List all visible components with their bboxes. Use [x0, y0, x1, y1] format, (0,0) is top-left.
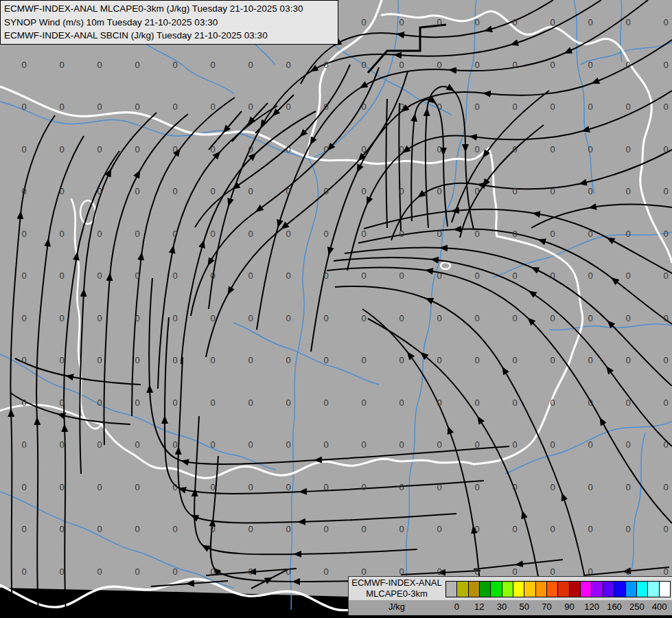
station-value: 0	[474, 229, 479, 239]
station-value: 0	[361, 17, 366, 27]
station-value: 0	[97, 355, 102, 365]
station-value: 0	[512, 271, 517, 281]
station-value: 0	[474, 355, 479, 365]
station-value: 0	[474, 17, 479, 27]
title-line-mlcape: ECMWF-INDEX-ANAL MLCAPE0-3km (J/kg) Tues…	[4, 2, 334, 16]
station-value: 0	[512, 17, 517, 27]
station-value: 0	[399, 482, 404, 492]
station-value: 0	[399, 144, 404, 154]
station-value: 0	[59, 271, 64, 281]
station-value: 0	[625, 271, 630, 281]
station-value: 0	[248, 60, 253, 70]
legend-color-cell	[524, 581, 535, 597]
legend-model-label: ECMWF-INDEX-ANAL	[349, 577, 445, 588]
station-value: 0	[286, 566, 290, 577]
station-value: 0	[59, 186, 64, 196]
station-value: 0	[172, 566, 177, 577]
station-value: 0	[172, 398, 177, 408]
station-value: 0	[588, 524, 592, 534]
station-value: 0	[286, 60, 290, 70]
map-title-box: ECMWF-INDEX-ANAL MLCAPE0-3km (J/kg) Tues…	[0, 0, 338, 45]
station-value: 0	[512, 60, 517, 70]
station-value: 0	[172, 482, 177, 492]
station-value: 0	[474, 398, 479, 408]
station-value: 0	[172, 144, 177, 154]
legend-tick-label: 120	[584, 602, 599, 612]
station-value: 0	[437, 17, 441, 27]
station-value: 0	[248, 566, 253, 577]
legend-color-cell	[535, 581, 547, 597]
legend-color-cell	[659, 581, 671, 597]
station-value: 0	[663, 144, 668, 154]
station-value: 0	[323, 482, 328, 492]
station-value: 0	[399, 439, 404, 450]
station-value: 0	[135, 229, 139, 239]
station-value: 0	[625, 186, 630, 196]
legend-tick-label: 12	[474, 602, 484, 612]
station-value: 0	[59, 313, 64, 323]
station-value: 0	[625, 144, 630, 154]
station-value: 0	[512, 144, 517, 154]
station-value: 0	[512, 186, 517, 196]
station-value: 0	[663, 271, 668, 281]
station-value: 0	[512, 482, 517, 492]
station-value: 0	[286, 482, 290, 492]
station-value: 0	[323, 355, 328, 365]
weather-map-page: 0000000000000000000000000000000000000000…	[0, 0, 672, 618]
title-line-synop-wind: SYNOP Wind (m/s) 10m Tuesday 21-10-2025 …	[4, 16, 334, 30]
station-value: 0	[399, 17, 404, 27]
station-value: 0	[588, 398, 592, 408]
station-value: 0	[21, 144, 26, 154]
station-value: 0	[361, 355, 366, 365]
station-value: 0	[210, 313, 215, 323]
station-value: 0	[21, 229, 26, 239]
station-value: 0	[135, 144, 139, 154]
legend-color-cell	[603, 581, 614, 597]
station-value: 0	[399, 60, 404, 70]
station-value: 0	[437, 60, 441, 70]
station-value: 0	[172, 439, 177, 450]
station-value: 0	[550, 17, 555, 27]
station-value: 0	[399, 313, 404, 323]
station-value: 0	[663, 355, 668, 365]
station-value: 0	[550, 271, 555, 281]
legend-color-cell	[591, 581, 603, 597]
legend-color-cell	[647, 581, 659, 597]
station-value: 0	[625, 439, 630, 450]
station-value: 0	[248, 229, 253, 239]
station-value: 0	[663, 439, 668, 450]
station-value: 0	[550, 313, 555, 323]
station-value: 0	[625, 60, 630, 70]
station-value: 0	[399, 102, 404, 112]
station-value: 0	[361, 313, 366, 323]
legend-tick-label: 160	[607, 602, 622, 612]
legend-parameter-label: MLCAPE0-3km	[349, 588, 445, 599]
station-value: 0	[512, 566, 517, 577]
station-value: 0	[210, 398, 215, 408]
station-value: 0	[474, 524, 479, 534]
station-value: 0	[474, 144, 479, 154]
legend-bottom-band: J/kg 01230507090120160250400	[348, 600, 672, 615]
station-value: 0	[135, 566, 139, 577]
station-value: 0	[323, 60, 328, 70]
station-value: 0	[361, 398, 366, 408]
station-value: 0	[323, 186, 328, 196]
station-value: 0	[210, 144, 215, 154]
legend-color-cell	[546, 581, 558, 597]
station-value: 0	[550, 60, 555, 70]
station-value: 0	[59, 398, 64, 408]
station-value: 0	[399, 186, 404, 196]
station-value: 0	[21, 102, 26, 112]
station-value: 0	[135, 355, 139, 365]
station-value: 0	[286, 186, 290, 196]
station-value: 0	[97, 60, 102, 70]
station-value: 0	[437, 398, 441, 408]
legend-color-cell	[625, 581, 637, 597]
station-value: 0	[248, 186, 253, 196]
station-value: 0	[21, 271, 26, 281]
station-value: 0	[286, 524, 290, 534]
station-value: 0	[361, 144, 366, 154]
station-value: 0	[361, 439, 366, 450]
station-value: 0	[512, 229, 517, 239]
station-value: 0	[588, 482, 592, 492]
